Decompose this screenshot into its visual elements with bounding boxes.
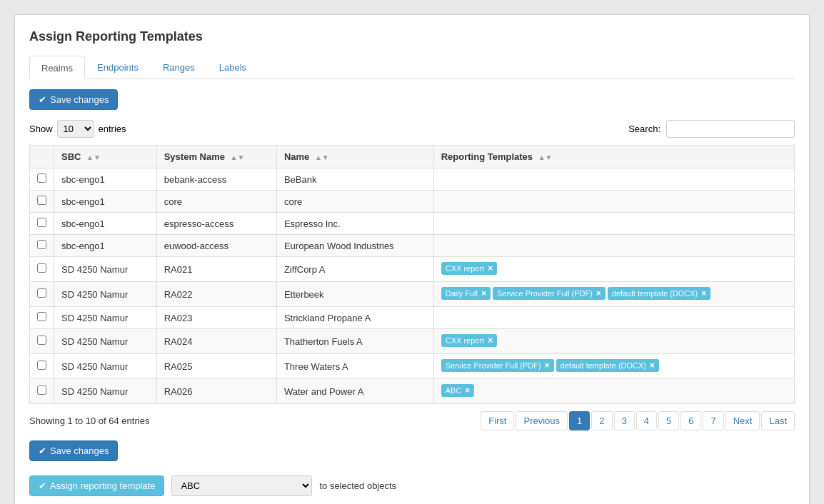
table-row: SD 4250 NamurRA022EtterbeekDaily Full×Se… (30, 282, 795, 307)
page-number-btn[interactable]: 7 (703, 411, 723, 430)
template-tag: Service Provider Full (PDF)× (441, 359, 554, 372)
data-table: SBC ▲▼ System Name ▲▼ Name ▲▼ Reporting … (29, 145, 795, 404)
cell-name: Etterbeek (276, 282, 433, 307)
remove-tag-icon[interactable]: × (488, 336, 493, 346)
assign-reporting-template-button[interactable]: ✔ Assign reporting template (29, 475, 164, 496)
cell-reporting-templates: CXX report× (433, 257, 794, 282)
pagination-controls: FirstPrevious1234567NextLast (481, 411, 795, 430)
remove-tag-icon[interactable]: × (650, 361, 655, 371)
to-selected-label: to selected objects (319, 480, 396, 491)
row-checkbox[interactable] (37, 385, 46, 395)
remove-tag-icon[interactable]: × (545, 361, 550, 371)
page-number-btn[interactable]: 4 (636, 411, 657, 430)
save-icon-top: ✔ (39, 94, 46, 105)
cell-name: ZiffCorp A (276, 257, 433, 282)
table-row: sbc-engo1euwood-accessEuropean Wood Indu… (30, 235, 795, 257)
page-number-btn[interactable]: 1 (569, 411, 590, 430)
show-label: Show (29, 124, 53, 134)
table-header-row: SBC ▲▼ System Name ▲▼ Name ▲▼ Reporting … (30, 146, 795, 168)
cell-name: BeBank (276, 168, 433, 191)
row-checkbox[interactable] (37, 173, 46, 183)
col-name[interactable]: Name ▲▼ (276, 146, 433, 168)
remove-tag-icon[interactable]: × (481, 288, 486, 298)
main-container: Assign Reporting Templates Realms Endpoi… (14, 14, 810, 504)
template-select[interactable]: ABCCXX reportDaily FullService Provider … (171, 475, 312, 496)
page-number-btn[interactable]: 3 (614, 411, 635, 430)
tab-endpoints[interactable]: Endpoints (85, 56, 151, 79)
cell-sbc: SD 4250 Namur (54, 354, 157, 379)
cell-system-name: RA024 (156, 329, 276, 354)
cell-reporting-templates: Service Provider Full (PDF)×default temp… (433, 354, 794, 379)
showing-text: Showing 1 to 10 of 64 entries (29, 415, 149, 426)
cell-system-name: RA023 (156, 307, 276, 329)
table-row: SD 4250 NamurRA021ZiffCorp ACXX report× (30, 257, 795, 282)
cell-sbc: sbc-engo1 (54, 191, 157, 213)
cell-name: core (276, 191, 433, 213)
remove-tag-icon[interactable]: × (596, 288, 601, 298)
remove-tag-icon[interactable]: × (701, 288, 706, 298)
template-tag: Daily Full× (441, 287, 491, 300)
reporting-sort-icon: ▲▼ (538, 153, 553, 161)
page-title: Assign Reporting Templates (29, 29, 795, 44)
search-input[interactable] (666, 120, 795, 138)
cell-sbc: sbc-engo1 (54, 213, 157, 235)
tab-realms[interactable]: Realms (29, 56, 85, 79)
cell-sbc: sbc-engo1 (54, 168, 157, 191)
template-tag: CXX report× (441, 334, 497, 347)
cell-system-name: RA021 (156, 257, 276, 282)
row-checkbox[interactable] (37, 240, 46, 249)
cell-name: Thatherton Fuels A (276, 329, 433, 354)
row-checkbox[interactable] (37, 196, 46, 205)
page-last-btn[interactable]: Last (761, 411, 795, 430)
table-row: SD 4250 NamurRA023Strickland Propane A (30, 307, 795, 329)
table-controls-row: Show 10 25 50 100 entries Search: (29, 120, 795, 138)
remove-tag-icon[interactable]: × (465, 385, 470, 395)
table-row: sbc-engo1espresso-accessEspresso Inc. (30, 213, 795, 235)
search-control: Search: (628, 120, 795, 138)
cell-system-name: bebank-access (156, 168, 276, 191)
col-sbc[interactable]: SBC ▲▼ (54, 146, 157, 168)
row-checkbox[interactable] (37, 312, 46, 321)
cell-reporting-templates (433, 307, 794, 329)
cell-reporting-templates (433, 191, 794, 213)
row-checkbox[interactable] (37, 336, 46, 345)
tab-labels[interactable]: Labels (207, 56, 258, 79)
page-first-btn[interactable]: First (481, 411, 514, 430)
entries-select[interactable]: 10 25 50 100 (57, 120, 94, 138)
save-changes-button-top[interactable]: ✔ Save changes (29, 89, 118, 110)
save-changes-button-bottom[interactable]: ✔ Save changes (29, 440, 118, 461)
cell-reporting-templates: Daily Full×Service Provider Full (PDF)×d… (433, 282, 794, 307)
table-row: SD 4250 NamurRA026Water and Power AABC× (30, 379, 795, 404)
page-next-btn[interactable]: Next (725, 411, 760, 430)
row-checkbox[interactable] (37, 288, 46, 298)
cell-system-name: espresso-access (156, 213, 276, 235)
page-previous-btn[interactable]: Previous (516, 411, 568, 430)
cell-system-name: RA025 (156, 354, 276, 379)
table-row: SD 4250 NamurRA025Three Waters AService … (30, 354, 795, 379)
cell-reporting-templates (433, 235, 794, 257)
page-number-btn[interactable]: 2 (591, 411, 612, 430)
cell-sbc: SD 4250 Namur (54, 307, 157, 329)
cell-reporting-templates (433, 168, 794, 191)
assign-icon: ✔ (39, 480, 46, 491)
row-checkbox[interactable] (37, 361, 46, 370)
remove-tag-icon[interactable]: × (488, 263, 493, 273)
cell-sbc: SD 4250 Namur (54, 329, 157, 354)
tab-ranges[interactable]: Ranges (151, 56, 207, 79)
table-row: sbc-engo1corecore (30, 191, 795, 213)
cell-system-name: euwood-access (156, 235, 276, 257)
cell-system-name: core (156, 191, 276, 213)
cell-reporting-templates (433, 213, 794, 235)
row-checkbox[interactable] (37, 218, 46, 227)
cell-name: Espresso Inc. (276, 213, 433, 235)
cell-reporting-templates: CXX report× (433, 329, 794, 354)
page-number-btn[interactable]: 5 (658, 411, 679, 430)
cell-system-name: RA022 (156, 282, 276, 307)
row-checkbox[interactable] (37, 263, 46, 273)
col-system-name[interactable]: System Name ▲▼ (156, 146, 276, 168)
table-row: sbc-engo1bebank-accessBeBank (30, 168, 795, 191)
sbc-sort-icon: ▲▼ (86, 153, 101, 161)
col-reporting-templates[interactable]: Reporting Templates ▲▼ (433, 146, 794, 168)
table-row: SD 4250 NamurRA024Thatherton Fuels ACXX … (30, 329, 795, 354)
page-number-btn[interactable]: 6 (680, 411, 701, 430)
